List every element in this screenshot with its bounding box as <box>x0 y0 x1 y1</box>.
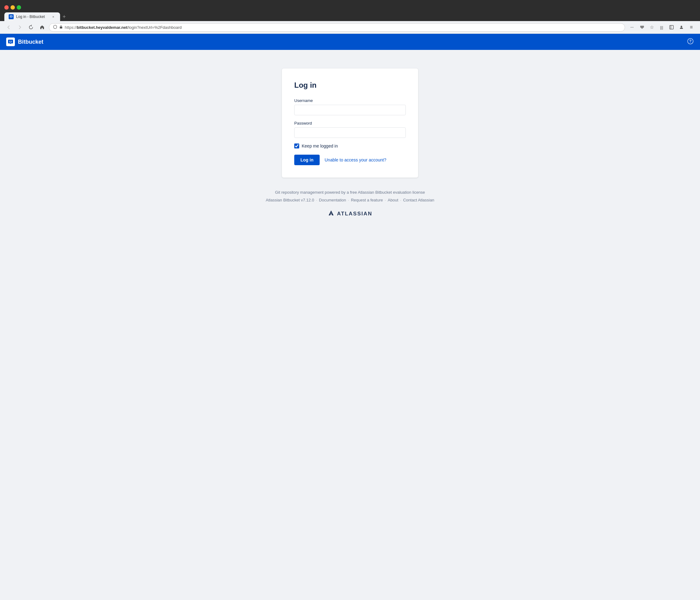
password-label: Password <box>294 121 406 125</box>
new-tab-button[interactable]: + <box>60 13 69 21</box>
footer-dot-1: · <box>316 198 317 202</box>
address-bar[interactable]: https://bitbucket.heyvaldemar.net/login?… <box>49 23 625 32</box>
pocket-button[interactable] <box>638 23 646 32</box>
close-tab-button[interactable]: × <box>51 14 56 19</box>
login-card: Log in Username Password Keep me logged … <box>282 69 418 177</box>
traffic-lights <box>4 5 21 9</box>
password-group: Password <box>294 121 406 138</box>
more-button[interactable]: ··· <box>627 23 636 32</box>
page-footer: Git repository management powered by a f… <box>266 190 434 218</box>
tab-favicon <box>9 14 14 19</box>
svg-rect-2 <box>60 27 62 28</box>
tab-title: Log in - Bitbucket <box>16 15 48 19</box>
address-host: bitbucket.heyvaldemar.net <box>77 25 127 30</box>
page-content: Log in Username Password Keep me logged … <box>0 50 700 600</box>
help-button[interactable]: ? <box>687 38 694 46</box>
footer-link-documentation[interactable]: Documentation <box>319 198 346 202</box>
footer-link-request-feature[interactable]: Request a feature <box>351 198 383 202</box>
username-group: Username <box>294 98 406 115</box>
forgot-account-link[interactable]: Unable to access your account? <box>325 158 386 162</box>
keep-logged-in-checkbox[interactable] <box>294 143 299 148</box>
title-bar <box>0 0 700 12</box>
username-label: Username <box>294 98 406 103</box>
footer-dot-4: · <box>400 198 401 202</box>
shield-icon <box>53 25 57 30</box>
username-input[interactable] <box>294 105 406 115</box>
close-window-button[interactable] <box>4 5 9 9</box>
minimize-window-button[interactable] <box>10 5 15 9</box>
browser-chrome: Log in - Bitbucket × + https: <box>0 0 700 34</box>
address-protocol: https:// <box>65 25 77 30</box>
login-title: Log in <box>294 81 406 90</box>
bookmark-button[interactable]: ☆ <box>647 23 656 32</box>
svg-text:?: ? <box>689 39 691 43</box>
app-header: Bitbucket ? <box>0 34 700 50</box>
footer-link-about[interactable]: About <box>388 198 398 202</box>
svg-rect-1 <box>10 16 12 17</box>
footer-tagline: Git repository management powered by a f… <box>266 190 434 195</box>
home-button[interactable] <box>38 23 47 32</box>
password-input[interactable] <box>294 127 406 138</box>
svg-point-5 <box>681 26 682 27</box>
app-logo-text: Bitbucket <box>18 39 43 45</box>
atlassian-logo: ATLASSIAN <box>266 210 434 218</box>
footer-links: Atlassian Bitbucket v7.12.0 · Documentat… <box>266 198 434 202</box>
keep-logged-in-row: Keep me logged in <box>294 143 406 148</box>
reload-button[interactable] <box>27 23 35 32</box>
maximize-window-button[interactable] <box>17 5 21 9</box>
navigation-bar: https://bitbucket.heyvaldemar.net/login?… <box>0 21 700 34</box>
forward-button[interactable] <box>16 23 24 32</box>
app-logo[interactable]: Bitbucket <box>6 38 43 46</box>
login-button[interactable]: Log in <box>294 155 320 165</box>
profile-button[interactable] <box>677 23 686 32</box>
nav-right-buttons: ··· ☆ ||| ≡ <box>627 23 696 32</box>
login-actions: Log in Unable to access your account? <box>294 155 406 165</box>
back-button[interactable] <box>4 23 13 32</box>
atlassian-brand-text: ATLASSIAN <box>337 211 372 217</box>
lock-icon <box>59 25 63 30</box>
address-path: /login?nextUrl=%2Fdashboard <box>127 25 181 30</box>
active-tab[interactable]: Log in - Bitbucket × <box>4 13 60 21</box>
footer-version: Atlassian Bitbucket v7.12.0 <box>266 198 314 202</box>
footer-link-contact-atlassian[interactable]: Contact Atlassian <box>403 198 434 202</box>
footer-dot-3: · <box>385 198 386 202</box>
svg-rect-3 <box>670 25 673 29</box>
footer-dot-2: · <box>348 198 349 202</box>
library-button[interactable]: ||| <box>657 23 666 32</box>
address-text: https://bitbucket.heyvaldemar.net/login?… <box>65 25 621 30</box>
keep-logged-in-label: Keep me logged in <box>302 143 338 148</box>
atlassian-icon <box>328 210 334 218</box>
menu-button[interactable]: ≡ <box>687 23 696 32</box>
bitbucket-logo-icon <box>6 38 15 46</box>
sidebar-toggle-button[interactable] <box>667 23 676 32</box>
tab-bar: Log in - Bitbucket × + <box>0 13 700 21</box>
